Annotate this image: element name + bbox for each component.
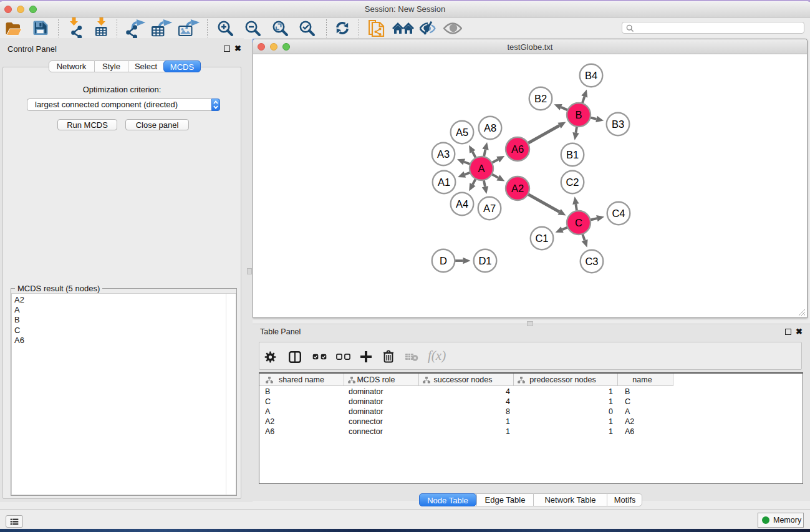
svg-text:A4: A4 — [456, 198, 468, 210]
svg-text:B4: B4 — [585, 70, 597, 81]
svg-text:C2: C2 — [566, 177, 579, 188]
svg-text:B3: B3 — [612, 118, 624, 130]
svg-text:A5: A5 — [456, 127, 468, 138]
svg-text:A8: A8 — [484, 122, 496, 133]
svg-text:C: C — [575, 217, 582, 228]
svg-text:A2: A2 — [511, 183, 524, 194]
svg-text:C3: C3 — [585, 256, 598, 267]
svg-text:A: A — [478, 163, 485, 174]
svg-text:C1: C1 — [535, 233, 548, 244]
svg-text:B1: B1 — [566, 149, 579, 160]
svg-text:A7: A7 — [483, 203, 496, 214]
svg-text:A3: A3 — [437, 148, 450, 160]
svg-text:D: D — [440, 255, 447, 266]
svg-text:D1: D1 — [478, 255, 491, 266]
svg-text:C4: C4 — [612, 208, 625, 219]
svg-text:B2: B2 — [534, 93, 547, 104]
svg-text:A6: A6 — [511, 143, 524, 155]
svg-text:B: B — [575, 109, 582, 120]
svg-text:A1: A1 — [438, 177, 450, 188]
